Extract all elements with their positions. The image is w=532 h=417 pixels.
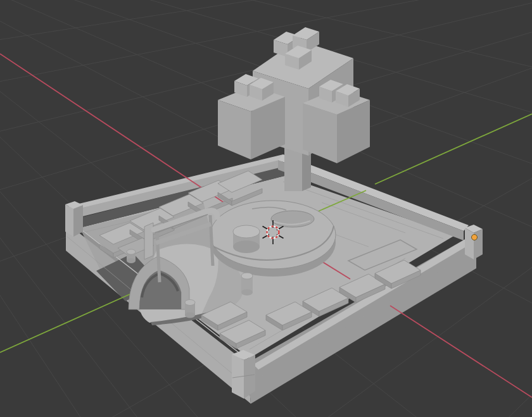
post-right-face[interactable] — [474, 229, 483, 259]
yinyang-cylinder[interactable] — [233, 225, 260, 253]
post-right-face[interactable] — [244, 355, 255, 399]
pillar-top[interactable] — [127, 249, 136, 254]
pillar-base — [241, 289, 253, 296]
stone-pillar-small[interactable] — [185, 300, 195, 318]
stone-pillar-small[interactable] — [127, 249, 136, 263]
pillar-top[interactable] — [241, 273, 253, 279]
cylinder-top[interactable] — [233, 225, 260, 238]
corner-fence-post-front[interactable] — [232, 350, 255, 399]
post-left-face[interactable] — [465, 228, 474, 259]
corner-fence-post-right[interactable] — [465, 225, 483, 259]
disc-top-face[interactable] — [210, 201, 336, 269]
viewport-canvas[interactable] — [0, 0, 532, 417]
cylinder-base — [233, 240, 260, 253]
canopy-cube-left[interactable] — [218, 86, 285, 159]
pillar-top[interactable] — [185, 300, 195, 306]
corner-fence-post-left[interactable] — [65, 201, 83, 237]
pillar-base — [127, 258, 136, 263]
object-origin-dot[interactable] — [472, 235, 478, 240]
stone-pillar-small[interactable] — [241, 273, 253, 296]
post-right-face[interactable] — [73, 205, 83, 237]
post-left-face[interactable] — [65, 204, 73, 237]
blender-viewport[interactable] — [0, 0, 532, 417]
pillar-base — [185, 313, 195, 318]
